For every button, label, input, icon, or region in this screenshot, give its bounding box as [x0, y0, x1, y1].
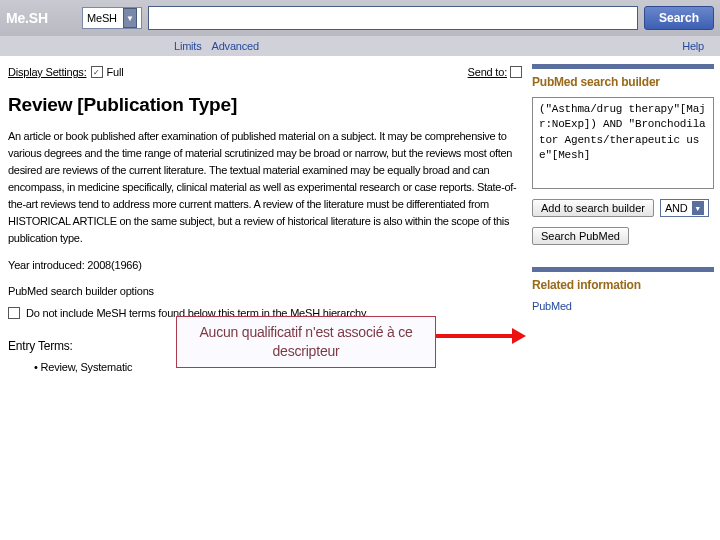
checkbox-icon — [8, 307, 20, 319]
limits-link[interactable]: Limits — [174, 40, 202, 52]
send-to-label: Send to: — [468, 66, 507, 78]
annotation-callout: Aucun qualificatif n'est associé à ce de… — [176, 316, 436, 368]
page-title: Review [Publication Type] — [8, 94, 522, 116]
chevron-down-icon — [123, 8, 137, 28]
chevron-down-icon — [510, 66, 522, 78]
chevron-down-icon — [692, 201, 704, 215]
panel-divider — [532, 64, 714, 69]
help-link[interactable]: Help — [682, 40, 704, 52]
mesh-logo: Me.SH — [6, 10, 76, 26]
related-pubmed-link[interactable]: PubMed — [532, 300, 714, 312]
search-input[interactable] — [148, 6, 638, 30]
year-introduced: Year introduced: 2008(1966) — [8, 259, 522, 271]
add-to-builder-button[interactable]: Add to search builder — [532, 199, 654, 217]
send-to[interactable]: Send to: — [468, 66, 522, 78]
builder-panel-title: PubMed search builder — [532, 75, 714, 89]
database-select[interactable]: MeSH — [82, 7, 142, 29]
display-settings-label: Display Settings: — [8, 66, 87, 78]
boolean-operator-value: AND — [665, 202, 688, 214]
top-bar: Me.SH MeSH Search — [0, 0, 720, 36]
database-selected-value: MeSH — [87, 12, 117, 24]
panel-divider — [532, 267, 714, 272]
annotation-arrow — [436, 330, 526, 342]
arrow-right-icon — [512, 328, 526, 344]
search-button[interactable]: Search — [644, 6, 714, 30]
advanced-link[interactable]: Advanced — [212, 40, 259, 52]
description-text: An article or book published after exami… — [8, 128, 522, 247]
checkbox-icon: ✓ — [91, 66, 103, 78]
arrow-line-icon — [436, 334, 514, 338]
related-info-title: Related information — [532, 278, 714, 292]
search-pubmed-button[interactable]: Search PubMed — [532, 227, 629, 245]
display-settings[interactable]: Display Settings: ✓ Full — [8, 66, 123, 78]
boolean-operator-select[interactable]: AND — [660, 199, 709, 217]
sub-bar: Limits Advanced Help — [0, 36, 720, 56]
display-mode: Full — [107, 66, 124, 78]
side-column: PubMed search builder ("Asthma/drug ther… — [530, 56, 720, 377]
builder-options-title: PubMed search builder options — [8, 285, 522, 297]
search-builder-textarea[interactable]: ("Asthma/drug therapy"[Majr:NoExp]) AND … — [532, 97, 714, 189]
